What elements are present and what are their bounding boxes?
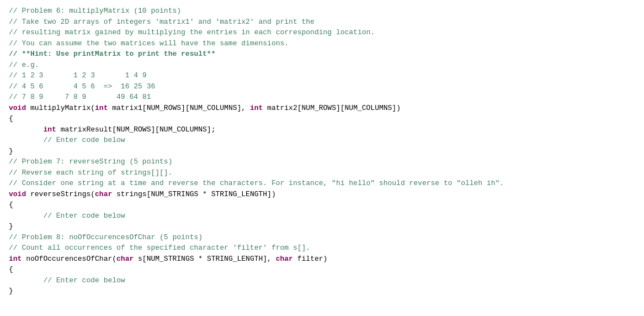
code-line: } (9, 221, 635, 232)
code-line: void multiplyMatrix(int matrix1[NUM_ROWS… (9, 103, 635, 114)
code-line: // Enter code below (9, 275, 635, 286)
code-line: // **Hint: Use printMatrix to print the … (9, 49, 635, 60)
code-line: // Enter code below (9, 210, 635, 222)
code-line: // Consider one string at a time and rev… (9, 178, 635, 189)
code-line: // Problem 7: reverseString (5 points) (9, 156, 635, 167)
code-line: // Enter code below (9, 135, 635, 146)
code-line: // Take two 2D arrays of integers 'matri… (9, 17, 635, 28)
code-line: // 7 8 9 7 8 9 49 64 81 (9, 92, 635, 103)
code-editor: // Problem 6: multiplyMatrix (10 points)… (0, 0, 644, 316)
code-line: } (9, 286, 635, 297)
code-line: // 4 5 6 4 5 6 => 16 25 36 (9, 81, 635, 92)
code-block: // Problem 6: multiplyMatrix (10 points)… (9, 6, 635, 297)
code-line: // Problem 6: multiplyMatrix (10 points) (9, 6, 635, 17)
code-line: // Count all occurrences of the specifie… (9, 243, 635, 254)
code-line: // e.g. (9, 60, 635, 71)
code-line: // 1 2 3 1 2 3 1 4 9 (9, 70, 635, 81)
code-line: // Problem 8: noOfOccurencesOfChar (5 po… (9, 232, 635, 243)
code-line: void reverseStrings(char strings[NUM_STR… (9, 189, 635, 200)
code-line: { (9, 264, 635, 275)
code-line: int noOfOccurencesOfChar(char s[NUM_STRI… (9, 254, 635, 265)
code-line: // You can assume the two matrices will … (9, 38, 635, 49)
code-line: { (9, 199, 635, 210)
code-line: // resulting matrix gained by multiplyin… (9, 27, 635, 38)
code-line: { (9, 113, 635, 124)
code-line: int matrixResult[NUM_ROWS][NUM_COLUMNS]; (9, 124, 635, 135)
code-line: } (9, 146, 635, 157)
code-line: // Reverse each string of strings[][]. (9, 167, 635, 178)
